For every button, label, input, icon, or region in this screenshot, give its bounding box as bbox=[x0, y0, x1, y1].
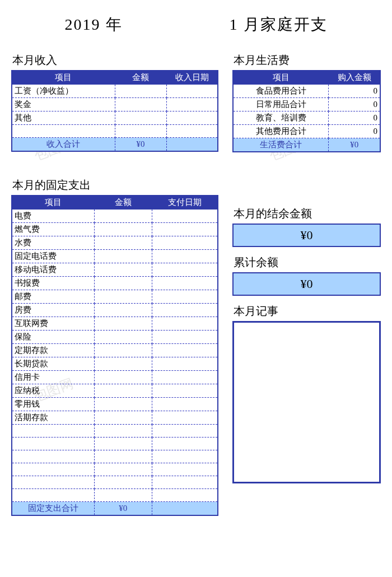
table-row: 保险 bbox=[12, 331, 218, 344]
cell-amount[interactable] bbox=[94, 236, 152, 250]
living-total-label: 生活费合计 bbox=[233, 138, 329, 152]
cell-amount[interactable] bbox=[94, 489, 152, 502]
cell-amount[interactable] bbox=[94, 210, 152, 223]
cell-item[interactable]: 其他费用合计 bbox=[233, 125, 329, 138]
cell-item[interactable]: 定期存款 bbox=[12, 344, 94, 357]
cell-date[interactable] bbox=[152, 344, 218, 357]
cell-amount[interactable] bbox=[115, 85, 166, 98]
cell-date[interactable] bbox=[152, 317, 218, 331]
table-row: 奖金 bbox=[12, 98, 218, 111]
cell-item[interactable]: 房费 bbox=[12, 304, 94, 317]
cell-item[interactable]: 移动电话费 bbox=[12, 263, 94, 277]
cell-amount[interactable] bbox=[94, 384, 152, 398]
cell-date[interactable] bbox=[152, 210, 218, 223]
cell-item[interactable]: 固定电话费 bbox=[12, 250, 94, 263]
cell-amount[interactable] bbox=[94, 331, 152, 344]
cell-item[interactable] bbox=[12, 425, 94, 438]
cell-item[interactable]: 零用钱 bbox=[12, 398, 94, 411]
fixed-total-value: ¥0 bbox=[94, 502, 152, 516]
cell-date[interactable] bbox=[152, 277, 218, 290]
cell-date[interactable] bbox=[152, 438, 218, 450]
cell-date[interactable] bbox=[152, 250, 218, 263]
cell-amount[interactable] bbox=[94, 223, 152, 236]
cell-item[interactable]: 其他 bbox=[12, 111, 115, 125]
cell-item[interactable]: 信用卡 bbox=[12, 371, 94, 384]
cell-item[interactable]: 活期存款 bbox=[12, 411, 94, 425]
cell-date[interactable] bbox=[152, 357, 218, 371]
cell-amount[interactable]: 0 bbox=[329, 98, 380, 111]
cell-amount[interactable] bbox=[94, 357, 152, 371]
cell-amount[interactable] bbox=[94, 438, 152, 450]
cell-item[interactable] bbox=[12, 463, 94, 476]
cell-item[interactable]: 互联网费 bbox=[12, 317, 94, 331]
cell-item[interactable] bbox=[12, 476, 94, 489]
cell-date[interactable] bbox=[152, 450, 218, 463]
balance-month-heading: 本月的结余金额 bbox=[234, 206, 381, 221]
cell-item[interactable]: 书报费 bbox=[12, 277, 94, 290]
cell-amount[interactable] bbox=[94, 371, 152, 384]
cell-item[interactable] bbox=[12, 450, 94, 463]
cell-date[interactable] bbox=[152, 425, 218, 438]
cell-date[interactable] bbox=[152, 489, 218, 502]
cell-amount[interactable] bbox=[94, 250, 152, 263]
cell-item[interactable]: 食品费用合计 bbox=[233, 85, 329, 98]
cell-amount[interactable] bbox=[115, 111, 166, 125]
cell-item[interactable]: 电费 bbox=[12, 210, 94, 223]
cell-date[interactable] bbox=[152, 236, 218, 250]
cell-date[interactable] bbox=[152, 290, 218, 304]
cell-date[interactable] bbox=[152, 371, 218, 384]
cell-amount[interactable] bbox=[115, 125, 166, 138]
notes-box[interactable] bbox=[232, 321, 381, 483]
cell-date[interactable] bbox=[152, 304, 218, 317]
cell-amount[interactable]: 0 bbox=[329, 85, 380, 98]
cell-item[interactable]: 邮费 bbox=[12, 290, 94, 304]
cell-item[interactable]: 工资（净收益） bbox=[12, 85, 115, 98]
cell-item[interactable]: 燃气费 bbox=[12, 223, 94, 236]
cell-date[interactable] bbox=[152, 331, 218, 344]
cell-date[interactable] bbox=[152, 398, 218, 411]
cell-amount[interactable] bbox=[94, 425, 152, 438]
cell-date[interactable] bbox=[166, 111, 218, 125]
cell-date[interactable] bbox=[152, 411, 218, 425]
cell-date[interactable] bbox=[166, 98, 218, 111]
cell-amount[interactable] bbox=[94, 263, 152, 277]
cell-amount[interactable] bbox=[94, 450, 152, 463]
income-total-value: ¥0 bbox=[115, 138, 166, 152]
cell-date[interactable] bbox=[152, 384, 218, 398]
table-row: 工资（净收益） bbox=[12, 85, 218, 98]
cell-date[interactable] bbox=[152, 463, 218, 476]
cell-item[interactable]: 教育、培训费 bbox=[233, 111, 329, 125]
table-row bbox=[12, 438, 218, 450]
balance-cum-value: ¥0 bbox=[232, 272, 381, 296]
cell-item[interactable]: 保险 bbox=[12, 331, 94, 344]
balance-cum-heading: 累计余额 bbox=[234, 255, 381, 270]
table-row bbox=[12, 425, 218, 438]
cell-date[interactable] bbox=[152, 263, 218, 277]
cell-amount[interactable] bbox=[94, 476, 152, 489]
cell-item[interactable]: 水费 bbox=[12, 236, 94, 250]
cell-amount[interactable] bbox=[94, 344, 152, 357]
cell-amount[interactable]: 0 bbox=[329, 125, 380, 138]
cell-amount[interactable] bbox=[94, 290, 152, 304]
cell-amount[interactable] bbox=[94, 277, 152, 290]
cell-item[interactable]: 应纳税 bbox=[12, 384, 94, 398]
cell-amount[interactable] bbox=[94, 304, 152, 317]
cell-item[interactable] bbox=[12, 489, 94, 502]
cell-amount[interactable] bbox=[94, 398, 152, 411]
cell-amount[interactable] bbox=[94, 463, 152, 476]
cell-date[interactable] bbox=[152, 476, 218, 489]
cell-amount[interactable] bbox=[94, 317, 152, 331]
cell-date[interactable] bbox=[166, 85, 218, 98]
cell-item[interactable]: 长期贷款 bbox=[12, 357, 94, 371]
living-col-amount: 购入金额 bbox=[329, 71, 380, 85]
cell-amount[interactable] bbox=[94, 411, 152, 425]
cell-date[interactable] bbox=[166, 125, 218, 138]
cell-item[interactable] bbox=[12, 125, 115, 138]
table-row: 书报费 bbox=[12, 277, 218, 290]
cell-item[interactable] bbox=[12, 438, 94, 450]
cell-amount[interactable]: 0 bbox=[329, 111, 380, 125]
cell-amount[interactable] bbox=[115, 98, 166, 111]
cell-item[interactable]: 日常用品合计 bbox=[233, 98, 329, 111]
cell-date[interactable] bbox=[152, 223, 218, 236]
cell-item[interactable]: 奖金 bbox=[12, 98, 115, 111]
